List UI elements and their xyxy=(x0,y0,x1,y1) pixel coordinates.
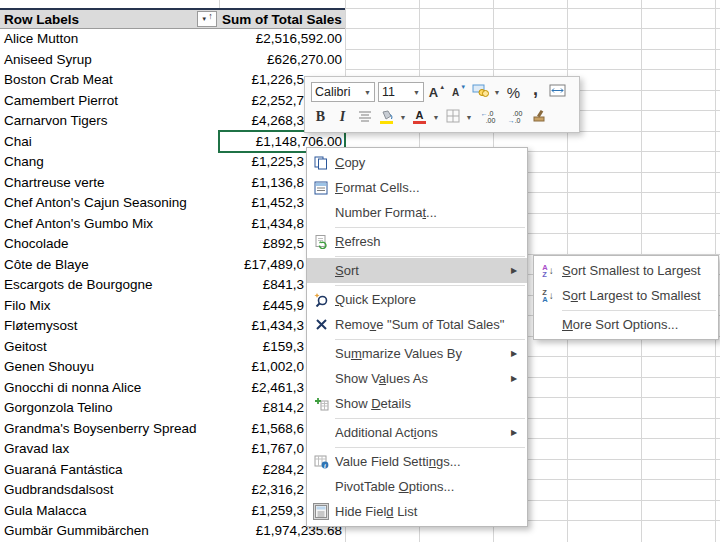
menu-item-label: Remove "Sum of Total Sales" xyxy=(335,317,511,332)
context-menu-item-value-field-settings[interactable]: iValue Field Settings... xyxy=(307,449,527,474)
increase-font-size-button[interactable]: A▲ xyxy=(427,82,446,103)
shrink-font-icon: A xyxy=(452,87,459,98)
center-align-button[interactable] xyxy=(355,107,374,128)
row-label-cell[interactable]: Camembert Pierrot xyxy=(0,91,219,112)
pivot-row-alice-mutton: Alice Mutton£2,516,592.00 xyxy=(0,29,345,50)
bold-icon: B xyxy=(316,109,325,125)
row-label-cell[interactable]: Gravad lax xyxy=(0,439,219,460)
borders-button[interactable] xyxy=(443,107,462,128)
italic-button[interactable]: I xyxy=(333,107,352,128)
row-label-cell[interactable]: Chai xyxy=(0,132,219,153)
context-menu-item-summarize-values-by[interactable]: Summarize Values By▶ xyxy=(307,341,527,366)
fill-color-button[interactable] xyxy=(377,107,396,128)
sort-submenu-item-sort-largest-to-smallest[interactable]: ZA↓Sort Largest to Smallest xyxy=(534,283,718,308)
pivot-row-chef-anton-s-gumbo-mix: Chef Anton's Gumbo Mix£1,434,8 xyxy=(0,214,345,235)
pivot-row-chang: Chang£1,225,3 xyxy=(0,152,345,173)
pivot-table: Row Labels ▼ ↑ Sum of Total Sales Alice … xyxy=(0,8,345,542)
menu-item-label: Show Details xyxy=(335,396,511,411)
value-cell[interactable]: £626,270.00 xyxy=(219,50,345,71)
row-label-cell[interactable]: Gumbär Gummibärchen xyxy=(0,521,219,542)
context-menu-item-pivottable-options[interactable]: PivotTable Options... xyxy=(307,474,527,499)
row-label-cell[interactable]: Aniseed Syrup xyxy=(0,50,219,71)
comma-style-button[interactable]: , xyxy=(526,82,545,103)
row-label-cell[interactable]: Chef Anton's Cajun Seasoning xyxy=(0,193,219,214)
pivot-row-geitost: Geitost£159,3 xyxy=(0,337,345,358)
sorted-ascending-icon: ↑ xyxy=(208,12,213,21)
sheet-column-divider xyxy=(219,0,220,8)
pivot-row-gumb-r-gummib-rchen: Gumbär Gummibärchen£1,974,235.68 xyxy=(0,521,345,542)
percent-style-button[interactable]: % xyxy=(504,82,523,103)
menu-item-label: Quick Explore xyxy=(335,292,511,307)
row-label-cell[interactable]: Gula Malacca xyxy=(0,501,219,522)
remove-field-icon xyxy=(307,318,335,331)
row-label-cell[interactable]: Côte de Blaye xyxy=(0,255,219,276)
row-labels-sort-filter-button[interactable]: ▼ ↑ xyxy=(197,11,217,27)
font-size-combo[interactable]: 11 ▼ xyxy=(378,82,424,102)
context-menu-item-format-cells[interactable]: Format Cells... xyxy=(307,175,527,200)
font-color-button[interactable]: A xyxy=(410,107,429,128)
menu-item-label: Summarize Values By xyxy=(335,346,511,361)
context-menu-item-remove-sum-of-total-sales[interactable]: Remove "Sum of Total Sales" xyxy=(307,312,527,337)
row-label-cell[interactable]: Guaraná Fantástica xyxy=(0,460,219,481)
row-label-cell[interactable]: Geitost xyxy=(0,337,219,358)
context-menu-item-show-details[interactable]: Show Details xyxy=(307,391,527,416)
row-label-cell[interactable]: Grandma's Boysenberry Spread xyxy=(0,419,219,440)
value-cell[interactable]: £2,516,592.00 xyxy=(219,29,345,50)
decrease-font-size-button[interactable]: A▼ xyxy=(449,82,468,103)
font-name-value: Calibri xyxy=(315,85,350,99)
row-label-cell[interactable]: Genen Shouyu xyxy=(0,357,219,378)
accounting-format-button[interactable] xyxy=(471,82,490,103)
accounting-format-icon xyxy=(472,84,489,100)
pivot-row-genen-shouyu: Genen Shouyu£1,002,0 xyxy=(0,357,345,378)
font-name-combo[interactable]: Calibri ▼ xyxy=(311,82,375,102)
accounting-format-dropdown[interactable]: ▼ xyxy=(493,89,501,96)
context-menu-item-show-values-as[interactable]: Show Values As▶ xyxy=(307,366,527,391)
row-labels-header-cell[interactable]: Row Labels ▼ ↑ xyxy=(0,10,219,28)
fill-color-dropdown[interactable]: ▼ xyxy=(399,114,407,121)
pivot-header-row: Row Labels ▼ ↑ Sum of Total Sales xyxy=(0,8,345,29)
context-menu-item-hide-field-list[interactable]: Hide Field List xyxy=(307,499,527,524)
context-menu-item-copy[interactable]: Copy xyxy=(307,150,527,175)
font-color-dropdown[interactable]: ▼ xyxy=(432,114,440,121)
sheet-top-row xyxy=(0,0,345,8)
pivot-row-filo-mix: Filo Mix£445,9 xyxy=(0,296,345,317)
submenu-arrow-icon: ▶ xyxy=(511,374,527,383)
row-label-cell[interactable]: Chocolade xyxy=(0,234,219,255)
merge-center-button[interactable] xyxy=(548,82,567,103)
increase-decimal-button[interactable]: ←.0.00 xyxy=(476,107,500,128)
decrease-decimal-button[interactable]: .00→.0 xyxy=(503,107,527,128)
dropdown-arrow-icon: ▼ xyxy=(201,16,207,22)
row-label-cell[interactable]: Fløtemysost xyxy=(0,316,219,337)
row-label-cell[interactable]: Filo Mix xyxy=(0,296,219,317)
pivot-rows: Alice Mutton£2,516,592.00Aniseed Syrup£6… xyxy=(0,29,345,542)
sort-submenu-item-more-sort-options[interactable]: More Sort Options... xyxy=(534,312,718,337)
values-header-cell[interactable]: Sum of Total Sales xyxy=(219,12,345,27)
context-menu-item-additional-actions[interactable]: Additional Actions▶ xyxy=(307,420,527,445)
row-label-cell[interactable]: Carnarvon Tigers xyxy=(0,111,219,132)
context-menu-item-refresh[interactable]: Refresh xyxy=(307,229,527,254)
pivot-row-chartreuse-verte: Chartreuse verte£1,136,8 xyxy=(0,173,345,194)
row-label-cell[interactable]: Gnocchi di nonna Alice xyxy=(0,378,219,399)
borders-dropdown[interactable]: ▼ xyxy=(465,114,473,121)
row-label-cell[interactable]: Gorgonzola Telino xyxy=(0,398,219,419)
increase-decimal-icon: ←.0.00 xyxy=(481,110,496,124)
row-label-cell[interactable]: Chang xyxy=(0,152,219,173)
context-menu-separator xyxy=(335,227,525,228)
row-label-cell[interactable]: Chartreuse verte xyxy=(0,173,219,194)
row-label-cell[interactable]: Alice Mutton xyxy=(0,29,219,50)
context-menu-item-quick-explore[interactable]: Quick Explore xyxy=(307,287,527,312)
borders-icon xyxy=(446,109,460,126)
fill-color-icon xyxy=(380,110,394,124)
context-menu-item-sort[interactable]: Sort▶ xyxy=(307,258,527,283)
format-painter-button[interactable] xyxy=(530,107,549,128)
row-label-cell[interactable]: Boston Crab Meat xyxy=(0,70,219,91)
row-label-cell[interactable]: Gudbrandsdalsost xyxy=(0,480,219,501)
row-label-cell[interactable]: Escargots de Bourgogne xyxy=(0,275,219,296)
pivot-row-aniseed-syrup: Aniseed Syrup£626,270.00 xyxy=(0,50,345,71)
menu-item-label: Format Cells... xyxy=(335,180,511,195)
bold-button[interactable]: B xyxy=(311,107,330,128)
row-label-cell[interactable]: Chef Anton's Gumbo Mix xyxy=(0,214,219,235)
sort-submenu-item-sort-smallest-to-largest[interactable]: AZ↓Sort Smallest to Largest xyxy=(534,258,718,283)
context-menu-item-number-format[interactable]: Number Format... xyxy=(307,200,527,225)
pivot-row-gravad-lax: Gravad lax£1,767,0 xyxy=(0,439,345,460)
